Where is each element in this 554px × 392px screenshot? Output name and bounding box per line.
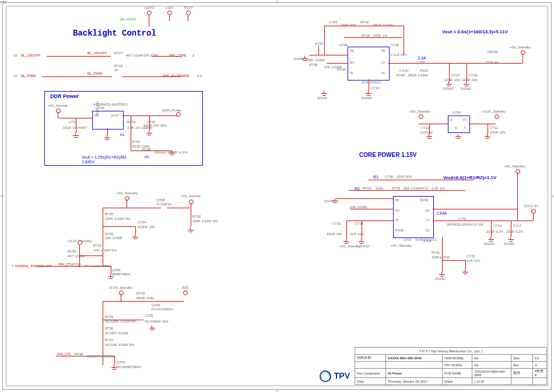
gnd-icon (366, 91, 371, 96)
part-value: NC/AO3401A (152, 307, 173, 311)
rail-label: +5V_Normal (181, 194, 201, 198)
rail-label: +5V_Standby (504, 164, 525, 168)
power-node (176, 112, 181, 117)
wire (523, 54, 523, 63)
part-value: 4K7 1/16W (68, 254, 85, 258)
section-title-ddr: DDR Power (50, 93, 79, 99)
tb-cell: A (533, 362, 547, 369)
refdes: R722 (93, 244, 101, 247)
wire (58, 112, 58, 118)
pin-label: BS (381, 49, 385, 52)
title-block: T P V ( Top Victory Electronics Co., Ltd… (355, 347, 547, 385)
part-value: NC/MMBT3904 (117, 365, 141, 369)
refdes: Q709 (152, 303, 160, 307)
refdes: C711 (490, 126, 498, 130)
net-name: PW_CTL (58, 262, 72, 266)
power-node (419, 114, 423, 119)
refdes: R723 (72, 262, 80, 266)
net-label: [3] +12VO (120, 18, 136, 21)
part-value: 1K (114, 68, 118, 72)
wire (121, 294, 121, 301)
refdes: R732 (192, 215, 201, 218)
tb-cell: 结构名称: (355, 355, 386, 362)
rail-label: DGND (461, 87, 471, 90)
refdes: C713 (371, 86, 379, 90)
wire (131, 116, 131, 150)
gnd-icon (462, 270, 468, 274)
refdes: Q708 (156, 198, 165, 202)
gnd-icon (149, 326, 155, 330)
part-value: 0R25 1/16W (373, 23, 392, 27)
refdes: R712 (114, 64, 122, 68)
rail-label: +12VO (143, 6, 155, 9)
tb-cell (511, 378, 533, 385)
wire (111, 266, 111, 274)
wire (404, 26, 404, 55)
pin-label: GND...ADJ (96, 101, 99, 116)
refdes: R743 (136, 292, 145, 295)
refdes: C728 (469, 74, 477, 77)
wire (103, 320, 143, 320)
part-value: 100K 1/16W (306, 58, 325, 62)
wire (103, 208, 103, 266)
gnd-icon (104, 135, 110, 140)
refdes: C724 (138, 220, 146, 224)
rail-label: DGND (484, 242, 495, 246)
refdes: R736 (105, 327, 113, 330)
rail-label: DGND (443, 87, 454, 90)
gnd-icon (132, 235, 138, 239)
power-node (119, 290, 124, 295)
power-node (495, 114, 499, 119)
pin-label: NC (381, 71, 385, 75)
power-node (186, 10, 191, 15)
part-value: 100K 1/16W 5% (192, 219, 218, 223)
part-value: 4K7 1/16W 5B0X (84, 264, 111, 268)
power-node (516, 169, 520, 174)
tb-cell (533, 378, 547, 385)
gnd-icon (111, 365, 117, 370)
part-value: 22PF 50V (341, 23, 356, 27)
gnd-icon (146, 131, 152, 135)
gnd-icon (426, 134, 432, 139)
tb-cell: OEM MODEL (443, 355, 472, 362)
power-node (167, 10, 172, 15)
tb-cell: PCB NAME (443, 369, 472, 378)
annotation: R1 (373, 175, 378, 179)
wire (76, 118, 76, 133)
tb-cell: Sheet (443, 378, 472, 385)
rail-label: DGND (317, 96, 328, 100)
refdes: C712 (421, 126, 429, 130)
gnd-icon (439, 272, 445, 276)
refdes: C717 (513, 224, 521, 228)
wire (491, 220, 492, 237)
power-node (147, 10, 152, 15)
tb-cell: GXXXX-M0A-660-0049 (386, 355, 443, 362)
tb-cell: Thursday, January 19, 2017 (386, 378, 443, 385)
part-value: SY8104ADC (362, 80, 381, 84)
part-value: 22PF 50V (397, 175, 412, 178)
rail-label: +5V_Standby (391, 244, 412, 247)
gnd-icon (488, 237, 494, 242)
wire (42, 76, 112, 77)
rail-label: 3V3 (182, 286, 188, 289)
tb-cell: Size (511, 355, 533, 362)
part-value: NC/4K7 1/16W5% (87, 355, 116, 358)
pin-label: EN (426, 209, 430, 212)
refdes: R742 (360, 20, 369, 24)
wire (127, 200, 127, 208)
gnd-icon (73, 133, 79, 138)
company-logo: TPV (319, 370, 350, 383)
rail-label: +5V_Normal (48, 104, 68, 107)
refdes: R731 (432, 251, 440, 254)
refdes: C715 (467, 254, 475, 258)
wire (469, 124, 496, 124)
power-node (531, 209, 536, 214)
wire (442, 260, 465, 261)
wire (511, 220, 511, 237)
gnd-icon (169, 150, 175, 155)
part-value: AO3401A (156, 202, 171, 206)
rail-label: DGND (504, 242, 514, 246)
formula: Vout=0.6(1+R1/R2)=1.1V (443, 175, 496, 180)
svg-point-0 (320, 371, 331, 382)
part-value: SPF4030-2R2N-OJ 1W (447, 223, 483, 226)
